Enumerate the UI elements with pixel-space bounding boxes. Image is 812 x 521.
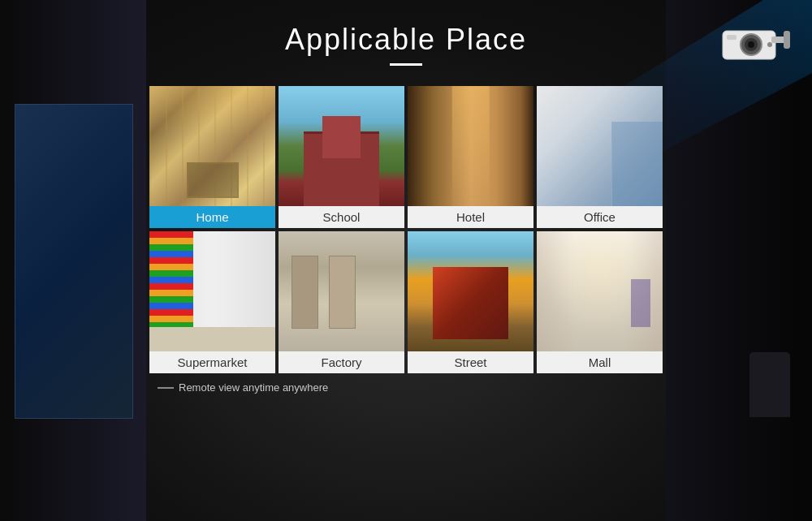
mall-image — [537, 231, 663, 351]
supermarket-label: Supermarket — [149, 351, 275, 373]
svg-rect-6 — [727, 35, 736, 40]
page-title: Applicable Place — [285, 23, 527, 57]
footer-section: Remote view anytime anywhere — [154, 381, 658, 394]
hotel-label: Hotel — [408, 206, 533, 228]
home-image — [149, 86, 275, 206]
factory-image — [279, 231, 404, 351]
svg-point-7 — [767, 42, 772, 47]
grid-item-factory[interactable]: Factory — [279, 231, 404, 373]
grid-item-mall[interactable]: Mall — [537, 231, 663, 373]
mall-label: Mall — [537, 351, 663, 373]
footer-line — [158, 387, 174, 389]
title-underline — [390, 63, 422, 66]
street-label: Street — [408, 351, 533, 373]
hotel-image — [408, 86, 533, 206]
grid-item-street[interactable]: Street — [408, 231, 533, 373]
home-label: Home — [149, 206, 275, 228]
grid-item-supermarket[interactable]: Supermarket — [149, 231, 275, 373]
school-image — [279, 86, 404, 206]
grid-item-hotel[interactable]: Hotel — [408, 86, 533, 228]
school-label: School — [279, 206, 404, 228]
svg-rect-5 — [784, 31, 790, 49]
camera-icon — [715, 15, 796, 75]
grid-item-school[interactable]: School — [279, 86, 404, 228]
street-image — [408, 231, 533, 351]
factory-label: Factory — [279, 351, 404, 373]
remote-view-text: Remote view anytime anywhere — [179, 381, 328, 394]
main-content: Applicable Place Home School Hotel Offic… — [0, 0, 812, 394]
grid-item-office[interactable]: Office — [537, 86, 663, 228]
grid-item-home[interactable]: Home — [149, 86, 275, 228]
office-image — [537, 86, 663, 206]
svg-point-3 — [748, 41, 754, 48]
supermarket-image — [149, 231, 275, 351]
office-label: Office — [537, 206, 663, 228]
places-grid: Home School Hotel Office Supermarket Fac… — [149, 86, 663, 373]
